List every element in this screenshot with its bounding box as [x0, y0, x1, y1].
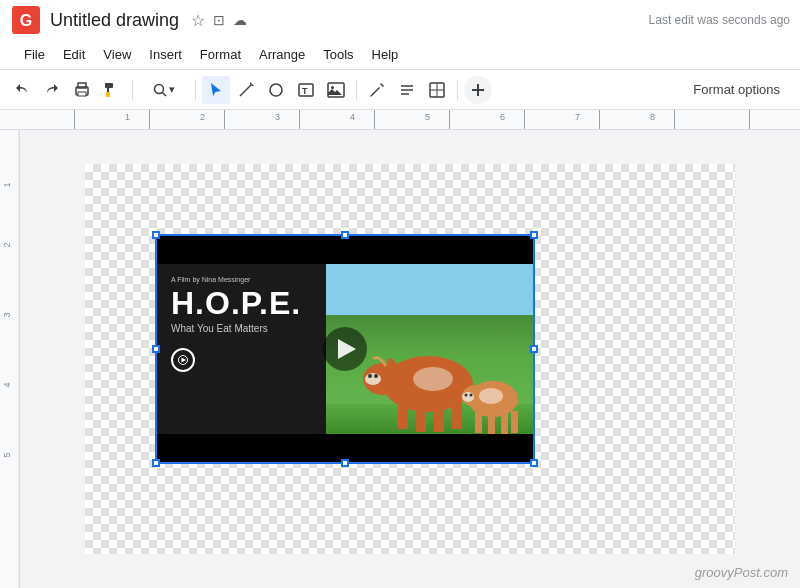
handle-top-middle[interactable] [341, 231, 349, 239]
hope-title: H.O.P.E. [171, 287, 312, 319]
play-overlay-button[interactable] [323, 327, 367, 371]
handle-top-right[interactable] [530, 231, 538, 239]
paint-format-button[interactable] [98, 76, 126, 104]
menu-help[interactable]: Help [364, 43, 407, 66]
menu-insert[interactable]: Insert [141, 43, 190, 66]
redo-button[interactable] [38, 76, 66, 104]
print-button[interactable] [68, 76, 96, 104]
film-credit: A Film by Nina Messinger [171, 276, 312, 283]
svg-point-39 [368, 374, 372, 378]
image-tool-button[interactable] [322, 76, 350, 104]
textbox-tool-button[interactable]: T [292, 76, 320, 104]
line-tool-button[interactable] [232, 76, 260, 104]
menu-format[interactable]: Format [192, 43, 249, 66]
undo-button[interactable] [8, 76, 36, 104]
video-content: A Film by Nina Messinger H.O.P.E. What Y… [157, 236, 533, 462]
canvas-area[interactable]: 1 2 3 4 5 [0, 130, 800, 588]
svg-line-10 [240, 84, 252, 96]
svg-text:1: 1 [2, 182, 12, 187]
ruler-mark-3: 3 [275, 112, 280, 122]
svg-rect-46 [501, 414, 508, 434]
handle-bottom-middle[interactable] [341, 459, 349, 467]
add-button[interactable] [464, 76, 492, 104]
last-edit-status: Last edit was seconds ago [649, 13, 790, 27]
ruler-mark-2: 2 [200, 112, 205, 122]
star-icon[interactable]: ☆ [191, 11, 205, 30]
ruler-mark-5: 5 [425, 112, 430, 122]
svg-rect-7 [106, 92, 110, 97]
small-play-button[interactable] [171, 348, 195, 372]
svg-rect-34 [416, 404, 426, 432]
menu-view[interactable]: View [95, 43, 139, 66]
svg-rect-36 [452, 399, 462, 429]
menu-edit[interactable]: Edit [55, 43, 93, 66]
drive-icon[interactable]: ⊡ [213, 12, 225, 28]
handle-middle-left[interactable] [152, 345, 160, 353]
separator-2 [195, 80, 196, 100]
handle-middle-right[interactable] [530, 345, 538, 353]
video-element[interactable]: A Film by Nina Messinger H.O.P.E. What Y… [155, 234, 535, 464]
cow-svg [348, 284, 528, 434]
menu-tools[interactable]: Tools [315, 43, 361, 66]
video-black-bar-top [157, 236, 533, 264]
format-options-button[interactable]: Format options [681, 78, 792, 101]
svg-point-8 [155, 84, 164, 93]
cloud-icon[interactable]: ☁ [233, 12, 247, 28]
svg-text:T: T [302, 86, 308, 96]
title-icons: ☆ ⊡ ☁ [191, 11, 247, 30]
zoom-button[interactable]: ▾ [139, 76, 189, 104]
table-tool-button[interactable] [423, 76, 451, 104]
svg-text:4: 4 [2, 382, 12, 387]
svg-rect-33 [398, 399, 408, 429]
select-tool-button[interactable] [202, 76, 230, 104]
menu-bar: File Edit View Insert Format Arrange Too… [0, 40, 800, 70]
drawing-canvas[interactable]: A Film by Nina Messinger H.O.P.E. What Y… [85, 164, 735, 554]
svg-point-42 [413, 367, 453, 391]
menu-arrange[interactable]: Arrange [251, 43, 313, 66]
shape-tool-button[interactable] [262, 76, 290, 104]
separator-3 [356, 80, 357, 100]
svg-text:G: G [20, 12, 32, 29]
svg-point-15 [331, 86, 334, 89]
handle-bottom-left[interactable] [152, 459, 160, 467]
pen-tool-button[interactable] [363, 76, 391, 104]
svg-text:3: 3 [2, 312, 12, 317]
svg-point-49 [462, 392, 474, 402]
svg-text:5: 5 [2, 452, 12, 457]
svg-line-9 [163, 92, 167, 96]
separator-1 [132, 80, 133, 100]
toolbar: ▾ T Format options [0, 70, 800, 110]
zoom-value: ▾ [169, 83, 175, 96]
ruler-mark-4: 4 [350, 112, 355, 122]
format-options-label: Format options [693, 82, 780, 97]
svg-point-11 [270, 84, 282, 96]
svg-point-38 [365, 373, 381, 385]
svg-rect-5 [105, 83, 113, 88]
video-subtitle: What You Eat Matters [171, 323, 312, 334]
handle-top-left[interactable] [152, 231, 160, 239]
svg-rect-3 [78, 83, 86, 88]
svg-rect-35 [434, 404, 444, 432]
handle-bottom-right[interactable] [530, 459, 538, 467]
app-icon: G [10, 4, 42, 36]
video-black-bar-bottom [157, 434, 533, 462]
ruler-mark-8: 8 [650, 112, 655, 122]
separator-4 [457, 80, 458, 100]
ruler-mark-7: 7 [575, 112, 580, 122]
svg-point-51 [469, 394, 472, 397]
svg-text:2: 2 [2, 242, 12, 247]
wordart-tool-button[interactable] [393, 76, 421, 104]
svg-rect-4 [78, 92, 86, 96]
svg-rect-45 [488, 414, 495, 434]
svg-rect-47 [511, 411, 518, 433]
horizontal-ruler: 1 2 3 4 5 6 7 8 [0, 110, 800, 130]
menu-file[interactable]: File [16, 43, 53, 66]
ruler-mark-6: 6 [500, 112, 505, 122]
svg-rect-6 [107, 88, 109, 92]
title-bar: G Untitled drawing ☆ ⊡ ☁ Last edit was s… [0, 0, 800, 40]
vertical-ruler: 1 2 3 4 5 [0, 130, 20, 588]
svg-point-50 [464, 394, 467, 397]
play-triangle-icon [338, 339, 356, 359]
document-title[interactable]: Untitled drawing [50, 10, 179, 31]
ruler-mark-1: 1 [125, 112, 130, 122]
